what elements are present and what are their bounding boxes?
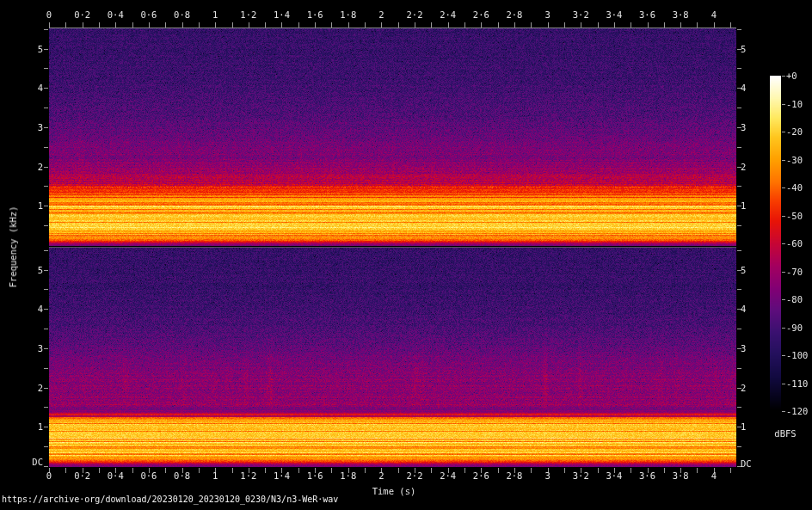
- time-tick-label-bottom: 1: [212, 470, 218, 481]
- freq-tick-label-right: 5: [741, 44, 746, 54]
- colorbar-tick-label: -100: [786, 350, 808, 360]
- time-tick-label-bottom: 2·8: [506, 470, 522, 481]
- time-tick-label-bottom: 2·4: [440, 470, 456, 481]
- time-tick-label-bottom: 0·4: [108, 470, 124, 481]
- freq-tick-label-left: 4: [0, 83, 43, 93]
- time-tick-label-top: 3·6: [639, 9, 655, 20]
- dc-label-right: DC: [741, 458, 752, 469]
- axes-ticks: [0, 0, 812, 510]
- time-tick-label-bottom: 3·8: [673, 470, 689, 481]
- colorbar-unit: dBFS: [770, 428, 801, 439]
- colorbar-tick-label: -10: [786, 99, 803, 109]
- colorbar-tick-label: -50: [786, 211, 803, 221]
- freq-tick-label-right: 4: [741, 304, 746, 314]
- freq-tick-label-left: 4: [0, 304, 43, 314]
- time-tick-label-top: 1: [212, 9, 218, 20]
- time-tick-label-bottom: 3: [544, 470, 550, 481]
- freq-tick-label-right: 1: [741, 421, 746, 432]
- time-tick-label-top: 1·6: [307, 9, 323, 20]
- freq-tick-label-right: 3: [741, 122, 746, 132]
- spectrogram-figure: 00·20·40·60·811·21·41·61·822·22·42·62·83…: [0, 0, 812, 510]
- time-tick-label-bottom: 1·8: [340, 470, 356, 481]
- time-tick-label-top: 2·2: [407, 9, 423, 20]
- colorbar-tick-label: -110: [786, 378, 808, 389]
- time-tick-label-top: 0: [46, 9, 52, 20]
- freq-tick-label-left: 2: [0, 162, 43, 172]
- time-tick-label-bottom: 2·2: [407, 470, 423, 481]
- time-tick-label-top: 2·6: [473, 9, 489, 20]
- time-tick-label-top: 3·8: [673, 9, 689, 20]
- freq-tick-label-right: 2: [741, 162, 746, 172]
- freq-tick-label-right: 5: [741, 265, 746, 275]
- time-tick-label-top: 3·4: [606, 9, 622, 20]
- time-tick-label-bottom: 1·4: [274, 470, 290, 481]
- time-tick-label-top: 3: [544, 9, 550, 20]
- time-tick-label-top: 1·8: [340, 9, 356, 20]
- time-tick-label-top: 0·8: [174, 9, 190, 20]
- freq-tick-label-left: 1: [0, 200, 43, 211]
- colorbar-tick-label: -20: [786, 126, 803, 137]
- time-tick-label-top: 1·4: [274, 9, 290, 20]
- freq-tick-label-right: 2: [741, 383, 746, 393]
- time-tick-label-bottom: 0·8: [174, 470, 190, 481]
- time-tick-label-top: 2·4: [440, 9, 456, 20]
- time-tick-label-top: 2: [378, 9, 384, 20]
- colorbar-tick-label: +0: [786, 71, 797, 81]
- time-tick-label-top: 0·4: [108, 9, 124, 20]
- time-tick-label-bottom: 3·6: [639, 470, 655, 481]
- time-tick-label-bottom: 4: [711, 470, 717, 481]
- freq-tick-label-left: 3: [0, 343, 43, 353]
- colorbar-tick-label: -70: [786, 267, 803, 277]
- source-url: https://archive·org/download/20230120_20…: [2, 495, 338, 504]
- time-tick-label-bottom: 2: [378, 470, 384, 481]
- colorbar-tick-label: -30: [786, 155, 803, 165]
- freq-tick-label-right: 1: [741, 200, 746, 211]
- time-tick-label-top: 0·6: [140, 9, 157, 20]
- freq-tick-label-right: 3: [741, 343, 746, 353]
- colorbar-tick-label: -80: [786, 294, 803, 304]
- time-tick-label-bottom: 0: [46, 470, 52, 481]
- colorbar-tick-label: -40: [786, 182, 803, 193]
- freq-tick-label-left: 2: [0, 383, 43, 393]
- time-tick-label-bottom: 1·2: [240, 470, 256, 481]
- freq-tick-label-left: 5: [0, 265, 43, 275]
- x-axis-title: Time (s): [372, 486, 416, 496]
- y-axis-title: Frequency (kHz): [8, 206, 18, 288]
- time-tick-label-top: 1·2: [240, 9, 256, 20]
- time-tick-label-top: 2·8: [506, 9, 522, 20]
- colorbar-tick-label: -120: [786, 406, 808, 416]
- time-tick-label-bottom: 1·6: [307, 470, 323, 481]
- time-tick-label-top: 4: [711, 9, 717, 20]
- time-tick-label-bottom: 2·6: [473, 470, 489, 481]
- freq-tick-label-left: 3: [0, 122, 43, 132]
- freq-tick-label-left: 5: [0, 44, 43, 54]
- time-tick-label-top: 3·2: [573, 9, 589, 20]
- time-tick-label-top: 0·2: [74, 9, 90, 20]
- time-tick-label-bottom: 0·2: [74, 470, 90, 481]
- time-tick-label-bottom: 3·2: [573, 470, 589, 481]
- freq-tick-label-left: 1: [0, 421, 43, 432]
- dc-label-left: DC: [0, 457, 43, 467]
- freq-tick-label-right: 4: [741, 83, 746, 93]
- time-tick-label-bottom: 3·4: [606, 470, 622, 481]
- colorbar-tick-label: -90: [786, 323, 803, 333]
- colorbar-tick-label: -60: [786, 238, 803, 249]
- time-tick-label-bottom: 0·6: [140, 470, 157, 481]
